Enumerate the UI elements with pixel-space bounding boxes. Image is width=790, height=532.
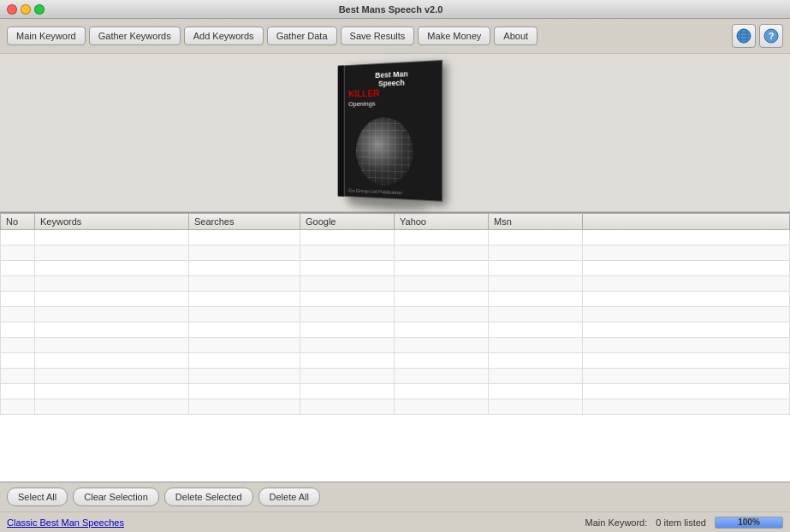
about-button[interactable]: About	[494, 27, 538, 45]
mic-graphic	[356, 116, 413, 186]
book-title-line1: Best Man Speech	[348, 68, 437, 88]
col-keywords: Keywords	[35, 214, 189, 230]
toolbar-icon-group: ?	[732, 24, 783, 48]
book-title-openings: Openings	[348, 99, 375, 107]
table-row	[1, 230, 790, 245]
col-msn: Msn	[489, 214, 583, 230]
table-row	[1, 261, 790, 276]
status-link[interactable]: Classic Best Man Speeches	[7, 517, 124, 528]
status-bar: Classic Best Man Speeches Main Keyword: …	[0, 511, 790, 532]
status-right: Main Keyword: 0 item listed 100%	[585, 517, 783, 529]
table-row	[1, 353, 790, 369]
delete-all-button[interactable]: Delete All	[258, 488, 320, 506]
book-spine	[337, 65, 343, 197]
delete-selected-button[interactable]: Delete Selected	[164, 488, 253, 506]
main-window: Main Keyword Gather Keywords Add Keyword…	[0, 19, 790, 532]
book-title-killer: KILLER	[348, 87, 380, 98]
col-extra	[583, 214, 790, 230]
progress-bar: 100%	[715, 517, 783, 529]
window-title: Best Mans Speech v2.0	[0, 4, 783, 15]
col-yahoo: Yahoo	[395, 214, 489, 230]
table-row	[1, 276, 790, 292]
help-icon-button[interactable]: ?	[759, 24, 783, 48]
globe-icon	[736, 28, 751, 44]
progress-fill: 100%	[716, 517, 782, 528]
table-header: No Keywords Searches Google Yahoo Msn	[1, 214, 790, 230]
title-bar: Best Mans Speech v2.0	[0, 0, 790, 19]
select-all-button[interactable]: Select All	[7, 488, 68, 506]
content-area: Best Man Speech KILLER Openings Go Group…	[0, 54, 790, 511]
image-panel: Best Man Speech KILLER Openings Go Group…	[0, 54, 790, 212]
table-row	[1, 245, 790, 261]
progress-text: 100%	[738, 517, 760, 527]
table-row	[1, 338, 790, 353]
clear-selection-button[interactable]: Clear Selection	[73, 488, 159, 506]
col-no: No	[1, 214, 35, 230]
table-row	[1, 322, 790, 338]
keywords-table: No Keywords Searches Google Yahoo Msn	[0, 213, 790, 415]
book-publisher: Go Group Ltd Publication	[348, 187, 402, 195]
globe-icon-button[interactable]	[732, 24, 756, 48]
book-image: Best Man Speech KILLER Openings Go Group…	[343, 59, 451, 206]
table-row	[1, 369, 790, 384]
table-row	[1, 399, 790, 415]
svg-text:?: ?	[769, 31, 775, 41]
main-keyword-button[interactable]: Main Keyword	[7, 27, 86, 45]
gather-data-button[interactable]: Gather Data	[267, 27, 337, 45]
gather-keywords-button[interactable]: Gather Keywords	[89, 27, 181, 45]
table-body	[1, 230, 790, 415]
col-google: Google	[300, 214, 395, 230]
make-money-button[interactable]: Make Money	[418, 27, 490, 45]
mic-grid	[356, 116, 413, 186]
help-icon: ?	[763, 28, 779, 44]
keywords-table-container[interactable]: No Keywords Searches Google Yahoo Msn	[0, 212, 790, 482]
table-row	[1, 307, 790, 322]
add-keywords-button[interactable]: Add Keywords	[184, 27, 264, 45]
table-row	[1, 384, 790, 399]
main-toolbar: Main Keyword Gather Keywords Add Keyword…	[0, 19, 790, 54]
col-searches: Searches	[189, 214, 300, 230]
bottom-toolbar: Select All Clear Selection Delete Select…	[0, 482, 790, 511]
table-row	[1, 292, 790, 307]
items-listed: 0 item listed	[656, 517, 706, 528]
book-cover: Best Man Speech KILLER Openings Go Group…	[343, 59, 442, 201]
save-results-button[interactable]: Save Results	[341, 27, 415, 45]
main-keyword-label: Main Keyword:	[585, 517, 648, 528]
book-shadow	[347, 198, 429, 211]
